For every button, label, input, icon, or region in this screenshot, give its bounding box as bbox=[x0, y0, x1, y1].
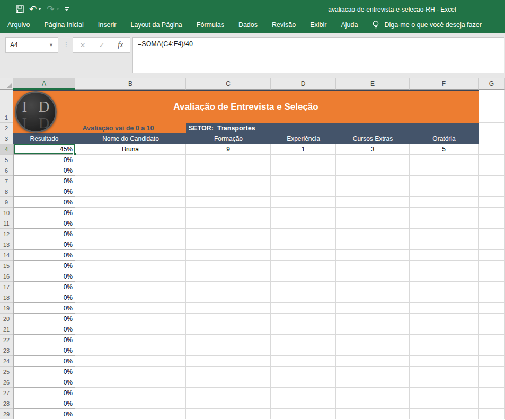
cell-A7[interactable]: 0% bbox=[13, 176, 75, 186]
row-number-7[interactable]: 7 bbox=[0, 176, 13, 186]
column-header-E[interactable]: E bbox=[336, 78, 410, 90]
cell-G2[interactable] bbox=[479, 123, 505, 133]
cell-B17[interactable] bbox=[75, 282, 186, 292]
row-number-19[interactable]: 19 bbox=[0, 303, 13, 314]
cell-G12[interactable] bbox=[479, 229, 505, 239]
cancel-button[interactable]: ✕ bbox=[80, 41, 86, 49]
cell-D4[interactable]: 1 bbox=[271, 144, 336, 155]
cell-F29[interactable] bbox=[410, 409, 479, 419]
select-all-corner[interactable] bbox=[0, 78, 13, 90]
cell-B11[interactable] bbox=[75, 218, 186, 229]
cell-A14[interactable]: 0% bbox=[13, 250, 75, 261]
cell-D9[interactable] bbox=[271, 197, 336, 208]
cell-C21[interactable] bbox=[186, 324, 271, 335]
cell-E4[interactable]: 3 bbox=[336, 144, 410, 155]
cell-F7[interactable] bbox=[410, 176, 479, 186]
cell-D26[interactable] bbox=[271, 377, 336, 388]
redo-button[interactable]: ↷ bbox=[47, 5, 59, 14]
cell-C14[interactable] bbox=[186, 250, 271, 261]
undo-button[interactable]: ↶ bbox=[29, 5, 41, 14]
cell-D25[interactable] bbox=[271, 367, 336, 377]
cell-E19[interactable] bbox=[336, 303, 410, 314]
cell-C23[interactable] bbox=[186, 345, 271, 356]
cell-D28[interactable] bbox=[271, 398, 336, 409]
cell-F18[interactable] bbox=[410, 292, 479, 303]
cell-E18[interactable] bbox=[336, 292, 410, 303]
cell-F10[interactable] bbox=[410, 208, 479, 218]
cell-D6[interactable] bbox=[271, 165, 336, 176]
cell-D18[interactable] bbox=[271, 292, 336, 303]
tab-inserir[interactable]: Inserir bbox=[98, 21, 117, 29]
cell-D14[interactable] bbox=[271, 250, 336, 261]
cell-C5[interactable] bbox=[186, 155, 271, 165]
cell-D13[interactable] bbox=[271, 239, 336, 250]
row-number-21[interactable]: 21 bbox=[0, 324, 13, 335]
cell-F24[interactable] bbox=[410, 356, 479, 367]
cell-F16[interactable] bbox=[410, 271, 479, 282]
cell-F19[interactable] bbox=[410, 303, 479, 314]
cell-E28[interactable] bbox=[336, 398, 410, 409]
row-number-8[interactable]: 8 bbox=[0, 186, 13, 197]
cell-B16[interactable] bbox=[75, 271, 186, 282]
cell-F20[interactable] bbox=[410, 314, 479, 324]
cell-D21[interactable] bbox=[271, 324, 336, 335]
cell-F15[interactable] bbox=[410, 261, 479, 271]
cell-D7[interactable] bbox=[271, 176, 336, 186]
row-number-2[interactable]: 2 bbox=[0, 123, 13, 133]
cell-A3[interactable]: Resultado bbox=[13, 133, 75, 144]
cell-G18[interactable] bbox=[479, 292, 505, 303]
save-button[interactable] bbox=[16, 5, 24, 13]
row-number-10[interactable]: 10 bbox=[0, 208, 13, 218]
cell-G9[interactable] bbox=[479, 197, 505, 208]
cell-A19[interactable]: 0% bbox=[13, 303, 75, 314]
cell-E6[interactable] bbox=[336, 165, 410, 176]
cell-G22[interactable] bbox=[479, 335, 505, 345]
cell-A29[interactable]: 0% bbox=[13, 409, 75, 419]
formula-input[interactable]: =SOMA(C4:F4)/40 bbox=[132, 37, 504, 73]
column-header-B[interactable]: B bbox=[75, 78, 186, 90]
row-number-13[interactable]: 13 bbox=[0, 239, 13, 250]
row-number-16[interactable]: 16 bbox=[0, 271, 13, 282]
tab-layout-da-pagina[interactable]: Layout da Página bbox=[130, 21, 182, 29]
cell-D19[interactable] bbox=[271, 303, 336, 314]
cell-F8[interactable] bbox=[410, 186, 479, 197]
cell-E15[interactable] bbox=[336, 261, 410, 271]
cell-F6[interactable] bbox=[410, 165, 479, 176]
cell-A15[interactable]: 0% bbox=[13, 261, 75, 271]
row-number-1[interactable]: 1 bbox=[0, 90, 13, 123]
row-number-12[interactable]: 12 bbox=[0, 229, 13, 239]
cell-B5[interactable] bbox=[75, 155, 186, 165]
cell-C4[interactable]: 9 bbox=[186, 144, 271, 155]
cell-B4[interactable]: Bruna bbox=[75, 144, 186, 155]
cell-F4[interactable]: 5 bbox=[410, 144, 479, 155]
cell-B19[interactable] bbox=[75, 303, 186, 314]
cell-B27[interactable] bbox=[75, 388, 186, 398]
cell-B3[interactable]: Nome do Candidato bbox=[75, 133, 186, 144]
cell-E23[interactable] bbox=[336, 345, 410, 356]
tab-exibir[interactable]: Exibir bbox=[310, 21, 326, 29]
cell-C9[interactable] bbox=[186, 197, 271, 208]
tell-me-search[interactable]: Diga-me o que você deseja fazer bbox=[372, 20, 481, 30]
cell-E14[interactable] bbox=[336, 250, 410, 261]
cell-G19[interactable] bbox=[479, 303, 505, 314]
cell-E21[interactable] bbox=[336, 324, 410, 335]
cell-A25[interactable]: 0% bbox=[13, 367, 75, 377]
row-number-15[interactable]: 15 bbox=[0, 261, 13, 271]
cell-B7[interactable] bbox=[75, 176, 186, 186]
fill-handle[interactable] bbox=[73, 153, 76, 156]
cell-D23[interactable] bbox=[271, 345, 336, 356]
cell-F17[interactable] bbox=[410, 282, 479, 292]
row-number-26[interactable]: 26 bbox=[0, 377, 13, 388]
cell-B9[interactable] bbox=[75, 197, 186, 208]
cell-G5[interactable] bbox=[479, 155, 505, 165]
cell-E3[interactable]: Cursos Extras bbox=[336, 133, 410, 144]
row-number-9[interactable]: 9 bbox=[0, 197, 13, 208]
cell-G20[interactable] bbox=[479, 314, 505, 324]
cell-B28[interactable] bbox=[75, 398, 186, 409]
cell-B22[interactable] bbox=[75, 335, 186, 345]
cell-C13[interactable] bbox=[186, 239, 271, 250]
row-number-24[interactable]: 24 bbox=[0, 356, 13, 367]
row-number-27[interactable]: 27 bbox=[0, 388, 13, 398]
cell-B15[interactable] bbox=[75, 261, 186, 271]
cell-F21[interactable] bbox=[410, 324, 479, 335]
